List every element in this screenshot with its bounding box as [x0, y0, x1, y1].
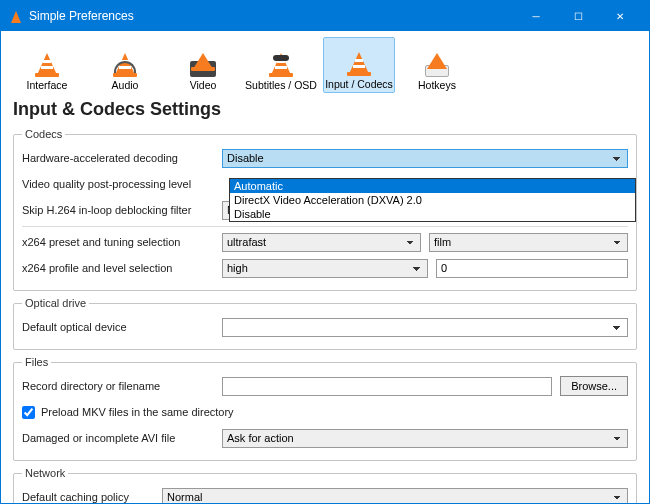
cone-keyboard-icon — [423, 49, 451, 77]
tab-subtitles[interactable]: Subtitles / OSD — [245, 37, 317, 93]
damaged-avi-select[interactable]: Ask for action — [222, 429, 628, 448]
group-network: Network Default caching policy Normal HT… — [13, 467, 637, 504]
hw-accel-dropdown[interactable]: Automatic DirectX Video Acceleration (DX… — [229, 178, 636, 222]
browse-button[interactable]: Browse... — [560, 376, 628, 396]
video-quality-label: Video quality post-processing level — [22, 178, 222, 190]
skip-deblock-label: Skip H.264 in-loop deblocking filter — [22, 204, 222, 216]
x264-tune-select[interactable]: film — [429, 233, 628, 252]
x264-level-input[interactable] — [436, 259, 628, 278]
cone-icon — [345, 48, 373, 76]
caching-label: Default caching policy — [22, 491, 162, 503]
dropdown-option[interactable]: Automatic — [230, 179, 635, 193]
tab-audio[interactable]: Audio — [89, 37, 161, 93]
cone-glasses-icon — [267, 49, 295, 77]
dropdown-option[interactable]: DirectX Video Acceleration (DXVA) 2.0 — [230, 193, 635, 207]
tab-label: Subtitles / OSD — [245, 79, 317, 91]
tab-label: Interface — [27, 79, 68, 91]
titlebar: Simple Preferences ─ ☐ ✕ — [1, 1, 649, 31]
tab-hotkeys[interactable]: Hotkeys — [401, 37, 473, 93]
caching-select[interactable]: Normal — [162, 488, 628, 505]
cone-icon — [33, 49, 61, 77]
tab-label: Input / Codecs — [325, 78, 393, 90]
tab-label: Audio — [112, 79, 139, 91]
group-optical: Optical drive Default optical device — [13, 297, 637, 350]
record-dir-input[interactable] — [222, 377, 552, 396]
group-legend: Codecs — [22, 128, 65, 140]
page-title: Input & Codecs Settings — [1, 95, 649, 128]
tab-interface[interactable]: Interface — [11, 37, 83, 93]
optical-device-label: Default optical device — [22, 321, 222, 333]
hw-accel-label: Hardware-accelerated decoding — [22, 152, 222, 164]
tab-label: Hotkeys — [418, 79, 456, 91]
maximize-button[interactable]: ☐ — [557, 1, 599, 31]
group-files: Files Record directory or filename Brows… — [13, 356, 637, 461]
window-title: Simple Preferences — [29, 9, 134, 23]
group-legend: Network — [22, 467, 68, 479]
x264-preset-select[interactable]: ultrafast — [222, 233, 421, 252]
cone-headphones-icon — [111, 49, 139, 77]
optical-device-select[interactable] — [222, 318, 628, 337]
group-legend: Files — [22, 356, 51, 368]
preload-mkv-checkbox[interactable] — [22, 406, 35, 419]
tab-label: Video — [190, 79, 217, 91]
category-toolbar: Interface Audio Video Subtitles / OSD In… — [1, 31, 649, 95]
x264-profile-select[interactable]: high — [222, 259, 428, 278]
hw-accel-select[interactable]: Disable — [222, 149, 628, 168]
minimize-button[interactable]: ─ — [515, 1, 557, 31]
tab-input-codecs[interactable]: Input / Codecs — [323, 37, 395, 93]
x264-preset-label: x264 preset and tuning selection — [22, 236, 222, 248]
close-button[interactable]: ✕ — [599, 1, 641, 31]
damaged-avi-label: Damaged or incomplete AVI file — [22, 432, 222, 444]
record-dir-label: Record directory or filename — [22, 380, 222, 392]
cone-film-icon — [189, 49, 217, 77]
group-legend: Optical drive — [22, 297, 89, 309]
tab-video[interactable]: Video — [167, 37, 239, 93]
preload-mkv-label: Preload MKV files in the same directory — [41, 406, 234, 418]
x264-profile-label: x264 profile and level selection — [22, 262, 222, 274]
vlc-icon — [9, 9, 23, 23]
dropdown-option[interactable]: Disable — [230, 207, 635, 221]
